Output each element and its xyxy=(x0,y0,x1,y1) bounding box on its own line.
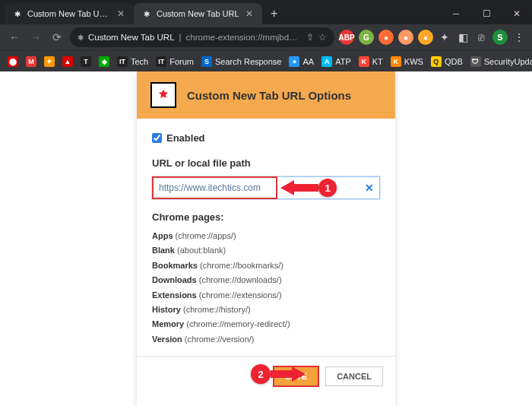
bookmark-item[interactable]: QQDB xyxy=(431,56,463,67)
list-item[interactable]: Version (chrome://version/) xyxy=(152,334,380,345)
bookmark-item[interactable]: SSearch Response xyxy=(201,56,281,67)
address-url: chrome-extension://mmjbdbjnoablegbkcklgg… xyxy=(186,33,302,42)
account-icon[interactable]: ⎚ xyxy=(474,31,488,43)
list-item[interactable]: History (chrome://history/) xyxy=(152,304,380,316)
save-button[interactable]: SAVE xyxy=(273,366,319,387)
close-button[interactable]: ✕ xyxy=(502,3,532,24)
tab-favicon: ✱ xyxy=(141,8,152,19)
bookmark-item[interactable]: 🛡SecurityUpdates xyxy=(470,56,532,67)
extension-icon[interactable]: ● xyxy=(378,30,394,45)
page-content: Custom New Tab URL Options Enabled URL o… xyxy=(0,71,532,406)
browser-tab-2[interactable]: ✱ Custom New Tab URL ✕ xyxy=(134,3,262,24)
list-item[interactable]: Memory (chrome://memory-redirect/) xyxy=(152,319,380,330)
extensions-menu-icon[interactable]: ✦ xyxy=(438,31,451,43)
close-icon[interactable]: ✕ xyxy=(116,8,126,19)
tab-title: Custom New Tab URL - Chrome xyxy=(27,9,111,18)
browser-tab-1[interactable]: ✱ Custom New Tab URL - Chrome ✕ xyxy=(5,3,134,24)
extension-abp-icon[interactable]: ABP xyxy=(339,30,354,45)
bookmarks-bar: ⬤ M ✦ ▲ T ◆ ITTech ITForum SSearch Respo… xyxy=(0,50,532,71)
menu-icon[interactable]: ⋮ xyxy=(512,31,526,43)
chrome-pages-label: Chrome pages: xyxy=(152,211,380,223)
list-item[interactable]: Bookmarks (chrome://bookmarks/) xyxy=(152,260,380,271)
panel-title: Custom New Tab URL Options xyxy=(187,89,351,102)
bookmark-item[interactable]: M xyxy=(26,56,36,67)
bookmark-item[interactable]: AATP xyxy=(321,56,351,67)
forward-button[interactable]: → xyxy=(27,29,44,46)
url-field-label: URL or local file path xyxy=(152,157,380,169)
options-panel: Custom New Tab URL Options Enabled URL o… xyxy=(137,71,395,406)
enabled-label: Enabled xyxy=(166,132,205,144)
address-bar[interactable]: ✱ Custom New Tab URL | chrome-extension:… xyxy=(70,27,334,47)
bookmark-item[interactable]: KKT xyxy=(359,56,383,67)
bookmark-item[interactable]: ✦ xyxy=(44,56,55,67)
panel-footer: 2 SAVE CANCEL xyxy=(137,356,395,396)
bookmark-item[interactable]: ▲ xyxy=(62,56,73,67)
annotation-number: 2 xyxy=(251,364,271,384)
back-button[interactable]: ← xyxy=(6,29,23,46)
minimize-button[interactable]: ─ xyxy=(441,3,471,24)
share-icon[interactable]: ⇧ xyxy=(306,32,314,43)
list-item[interactable]: Extensions (chrome://extensions/) xyxy=(152,290,380,301)
extension-icon[interactable]: G xyxy=(359,30,374,45)
extension-icon[interactable]: ● xyxy=(418,30,433,45)
bookmark-item[interactable]: ITTech xyxy=(117,56,148,67)
app-logo-icon xyxy=(150,82,176,108)
tab-favicon: ✱ xyxy=(12,8,23,19)
bookmark-item[interactable]: KKWS xyxy=(391,56,423,67)
chrome-pages-list: Apps (chrome://apps/) Blank (about:blank… xyxy=(152,230,380,345)
maximize-button[interactable]: ☐ xyxy=(471,3,502,24)
browser-toolbar: ← → ⟳ ✱ Custom New Tab URL | chrome-exte… xyxy=(0,24,532,50)
bookmark-item[interactable]: ITForum xyxy=(156,56,194,67)
reload-button[interactable]: ⟳ xyxy=(49,29,65,46)
profile-avatar[interactable]: S xyxy=(492,30,508,45)
star-icon[interactable]: ☆ xyxy=(318,32,327,43)
panel-body: Enabled URL or local file path ✕ 1 Chrom… xyxy=(137,119,395,356)
new-tab-button[interactable]: + xyxy=(265,5,283,23)
extension-icon: ✱ xyxy=(78,33,84,42)
clear-input-button[interactable]: ✕ xyxy=(359,182,379,194)
bookmark-item[interactable]: ●AA xyxy=(289,56,314,67)
bookmark-item[interactable]: ◆ xyxy=(99,56,109,67)
url-input[interactable] xyxy=(153,177,359,198)
url-input-wrap: ✕ 1 xyxy=(152,176,380,199)
enabled-checkbox[interactable] xyxy=(152,133,162,143)
window-controls: ─ ☐ ✕ xyxy=(441,3,532,24)
list-item[interactable]: Downloads (chrome://downloads/) xyxy=(152,274,380,286)
browser-window: ✱ Custom New Tab URL - Chrome ✕ ✱ Custom… xyxy=(0,0,532,71)
extension-icon[interactable]: ● xyxy=(398,30,413,45)
address-site: Custom New Tab URL xyxy=(88,33,175,42)
list-item[interactable]: Apps (chrome://apps/) xyxy=(152,230,380,242)
close-icon[interactable]: ✕ xyxy=(244,8,255,19)
panel-header: Custom New Tab URL Options xyxy=(137,71,395,119)
list-item[interactable]: Blank (about:blank) xyxy=(152,245,380,256)
extensions-puzzle-icon[interactable]: ◧ xyxy=(456,31,470,43)
tab-title: Custom New Tab URL xyxy=(157,9,239,18)
tab-strip: ✱ Custom New Tab URL - Chrome ✕ ✱ Custom… xyxy=(0,0,532,24)
bookmark-item[interactable]: ⬤ xyxy=(8,56,18,67)
bookmark-item[interactable]: T xyxy=(81,56,91,67)
cancel-button[interactable]: CANCEL xyxy=(325,366,383,386)
